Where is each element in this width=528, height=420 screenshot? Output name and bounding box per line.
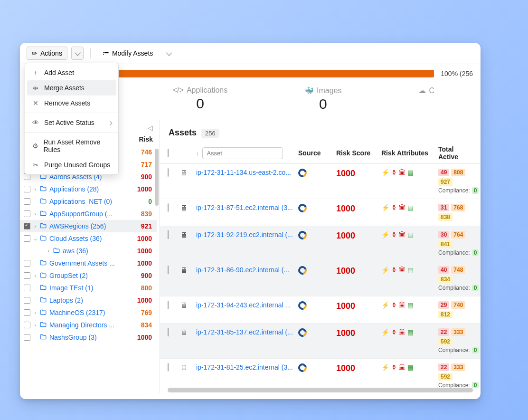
asset-name-link[interactable]: ip-172-31-94-243.ec2.internal ... (196, 301, 293, 309)
row-checkbox[interactable] (168, 230, 169, 239)
menu-set-active-status[interactable]: 👁 Set Active Status (25, 115, 118, 130)
tree-checkbox[interactable] (24, 260, 30, 267)
col-total-active[interactable]: Total Active (438, 145, 473, 161)
tree-checkbox[interactable] (24, 334, 30, 341)
tree-checkbox[interactable] (24, 285, 30, 291)
expand-icon[interactable]: › (32, 223, 38, 229)
tree-label[interactable]: Cloud Assets (36) (49, 235, 129, 242)
actions-button[interactable]: ✎ Actions (27, 47, 67, 60)
row-checkbox[interactable] (168, 266, 169, 274)
network-icon: ⚱ (391, 231, 397, 239)
expand-icon[interactable]: › (32, 310, 38, 315)
tree-checkbox[interactable] (24, 235, 30, 242)
tree-item[interactable]: ›Applications (28)1000 (20, 183, 157, 195)
asset-tree[interactable]: All Assets (5448)746Ungrouped (2836)717A… (20, 146, 160, 393)
tree-checkbox[interactable] (24, 272, 30, 279)
tree-item[interactable]: ›aws (36)1000 (20, 245, 157, 257)
scrollbar[interactable] (155, 149, 159, 206)
summary-images-label: Images (317, 86, 341, 95)
horizontal-scrollbar[interactable] (168, 388, 473, 392)
sort-icon[interactable]: ↕ (196, 151, 199, 156)
tree-checkbox[interactable] (24, 198, 30, 205)
actions-dropdown-toggle[interactable] (71, 47, 84, 60)
risk-attributes-cell: ⚡⚱🏛▤ (381, 266, 434, 274)
tree-label[interactable]: AWSRegions (256) (49, 222, 129, 230)
asset-name-link[interactable]: ip-172-31-11-134.us-east-2.co... (196, 169, 293, 176)
row-checkbox[interactable] (168, 168, 169, 177)
tree-label[interactable]: MachineOS (2317) (49, 309, 129, 316)
tree-item[interactable]: Applications_NET (0)0 (20, 195, 157, 208)
expand-icon[interactable]: › (46, 248, 51, 254)
menu-purge-groups[interactable]: ✂ Purge Unused Groups (25, 157, 118, 172)
menu-run-remove-rules[interactable]: ⚙ Run Asset Remove Rules (25, 134, 118, 157)
tree-label[interactable]: NashsGroup (3) (49, 334, 129, 341)
expand-icon[interactable]: › (32, 273, 38, 278)
tree-label[interactable]: Applications_NET (0) (49, 198, 129, 205)
menu-merge-assets[interactable]: ⇹ Merge Assets (27, 80, 116, 95)
tree-item[interactable]: ›MachineOS (2317)769 (20, 306, 157, 319)
tree-label[interactable]: Laptops (2) (49, 296, 129, 304)
tree-item[interactable]: ›AWSRegions (256)921 (20, 220, 157, 232)
menu-add-asset[interactable]: + Add Asset (25, 65, 118, 80)
tree-item[interactable]: Image TEst (1)800 (20, 282, 157, 294)
risk-attributes-cell: ⚡⚱🏛▤ (381, 169, 434, 176)
tree-item[interactable]: ›AppSupportGroup (...839 (20, 208, 157, 220)
select-all-checkbox[interactable] (168, 149, 169, 157)
tree-item[interactable]: Government Assets ...1000 (20, 257, 157, 269)
table-row[interactable]: 🖥ip-172-31-85-137.ec2.internal (...1000⚡… (160, 324, 481, 359)
tree-item[interactable]: ›GroupSet (2)900 (20, 269, 157, 282)
tree-label[interactable]: Applications (28) (49, 185, 129, 193)
menu-remove-assets[interactable]: ✕ Remove Assets (25, 95, 118, 111)
row-checkbox[interactable] (168, 363, 169, 372)
table-row[interactable]: 🖥ip-172-31-87-51.ec2.internal (3...1000⚡… (160, 199, 481, 226)
asset-name-link[interactable]: ip-172-31-86-90.ec2.internal (... (196, 266, 293, 274)
table-row[interactable]: 🖥ip-172-31-11-134.us-east-2.co...1000⚡⚱🏛… (160, 164, 481, 199)
col-risk-score[interactable]: Risk Score (336, 149, 377, 157)
tree-label[interactable]: Managing Directors ... (49, 321, 129, 329)
severity-badge: 333 (451, 363, 465, 371)
tree-checkbox[interactable] (24, 309, 30, 316)
table-body[interactable]: 🖥ip-172-31-11-134.us-east-2.co...1000⚡⚱🏛… (160, 164, 481, 388)
asset-filter-input[interactable] (202, 147, 283, 159)
row-checkbox[interactable] (168, 203, 169, 212)
modify-assets-button[interactable]: ≔ Modify Assets (97, 47, 158, 60)
table-row[interactable]: 🖥ip-172-31-86-90.ec2.internal (...1000⚡⚱… (160, 261, 481, 296)
asset-name-link[interactable]: ip-172-31-92-219.ec2.internal (... (196, 231, 293, 239)
tree-label[interactable]: Government Assets ... (49, 259, 129, 267)
tree-risk-value: 1000 (131, 296, 152, 304)
tree-item[interactable]: NashsGroup (3)1000 (20, 331, 157, 344)
assets-header: Assets 256 (160, 120, 481, 143)
asset-name-link[interactable]: ip-172-31-87-51.ec2.internal (3... (196, 204, 293, 211)
tree-label[interactable]: GroupSet (2) (49, 272, 129, 279)
asset-name-link[interactable]: ip-172-31-85-137.ec2.internal (... (196, 328, 293, 336)
tree-item[interactable]: ⌄Cloud Assets (36)1000 (20, 232, 157, 245)
expand-icon[interactable]: › (32, 322, 38, 328)
tree-checkbox[interactable] (24, 322, 30, 328)
close-icon: ✕ (32, 99, 39, 107)
expand-icon[interactable]: ⌄ (32, 236, 38, 242)
building-icon: 🏛 (399, 328, 405, 336)
col-source[interactable]: Source (298, 149, 331, 157)
tree-label[interactable]: Image TEst (1) (49, 284, 129, 292)
row-checkbox[interactable] (168, 328, 169, 336)
row-checkbox[interactable] (168, 301, 169, 309)
severity-badge: 22 (438, 363, 449, 371)
expand-icon[interactable]: › (32, 211, 38, 217)
tree-checkbox[interactable] (24, 186, 30, 192)
table-row[interactable]: 🖥ip-172-31-81-25.ec2.internal (3...1000⚡… (160, 359, 481, 388)
modify-dropdown-toggle[interactable] (162, 47, 174, 60)
tree-checkbox[interactable] (24, 297, 30, 304)
tree-checkbox[interactable] (24, 223, 30, 229)
table-row[interactable]: 🖥ip-172-31-94-243.ec2.internal ...1000⚡⚱… (160, 296, 481, 324)
col-risk-attributes[interactable]: Risk Attributes (381, 149, 434, 157)
modify-assets-label: Modify Assets (112, 49, 153, 57)
tree-label[interactable]: AppSupportGroup (... (49, 210, 129, 218)
tree-checkbox[interactable] (24, 210, 30, 217)
tree-label[interactable]: aws (36) (63, 247, 129, 255)
tree-item[interactable]: ›Managing Directors ...834 (20, 319, 157, 331)
expand-icon[interactable]: › (32, 186, 38, 192)
table-row[interactable]: 🖥ip-172-31-92-219.ec2.internal (...1000⚡… (160, 226, 481, 261)
tree-item[interactable]: Laptops (2)1000 (20, 294, 157, 306)
collapse-sidebar-icon[interactable]: ◁ (148, 124, 153, 132)
asset-name-link[interactable]: ip-172-31-81-25.ec2.internal (3... (196, 363, 293, 371)
